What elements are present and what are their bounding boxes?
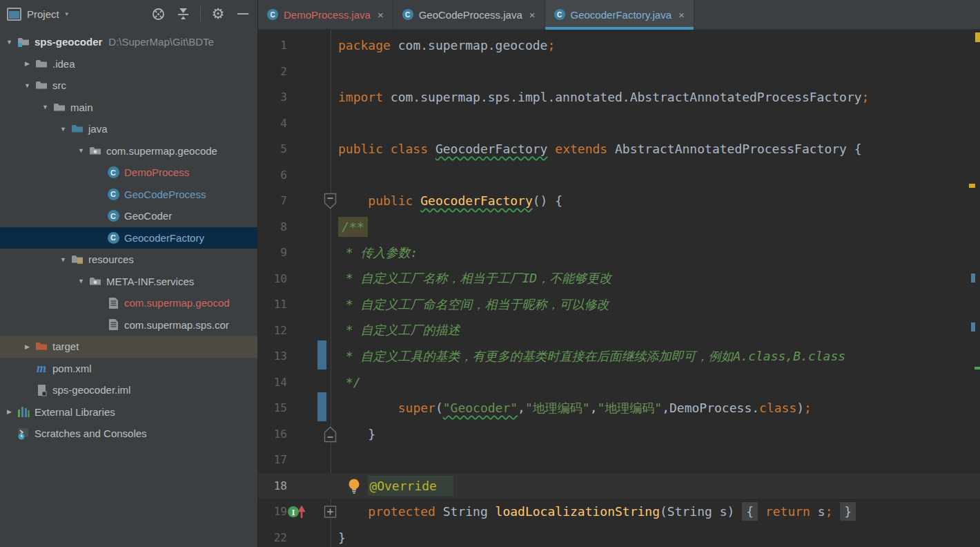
chevron-down-icon[interactable]: ▼ — [64, 11, 70, 17]
line-number[interactable]: 13 — [258, 349, 287, 363]
line-number[interactable]: 7 — [258, 194, 287, 207]
line-number[interactable]: 5 — [258, 142, 287, 155]
line-number[interactable]: 4 — [258, 117, 287, 130]
collapse-arrow-icon[interactable]: ▼ — [74, 147, 88, 154]
tree-item-label: com.supermap.geocod — [124, 297, 230, 309]
tree-item-target[interactable]: ▶target — [0, 336, 257, 358]
libraries-icon — [17, 405, 30, 418]
tree-item-geocodeprocess[interactable]: CGeoCodeProcess — [0, 184, 257, 206]
line-number[interactable]: 10 — [258, 272, 287, 285]
project-panel-header: Project ▼ ⚙ — — [0, 0, 257, 28]
code-line-12: 12 * 自定义工厂的描述 — [258, 318, 980, 344]
tree-item-sps-geocoder[interactable]: ▼sps-geocoderD:\SuperMap\Git\BDTe — [0, 31, 257, 53]
fold-marker-plus-icon[interactable] — [324, 503, 337, 523]
fold-marker-end-icon[interactable] — [324, 426, 337, 445]
line-number[interactable]: 19 — [258, 505, 287, 518]
class-icon: C — [106, 210, 120, 222]
tree-item-pom-xml[interactable]: mpom.xml — [0, 358, 257, 380]
code-text: public GeocoderFactory() { — [338, 188, 980, 214]
tab-geocoderfactory-java[interactable]: CGeocoderFactory.java× — [545, 0, 694, 29]
stripe-marker-change[interactable] — [971, 323, 975, 332]
tree-item-main[interactable]: ▼main — [0, 97, 257, 119]
code-token: , — [590, 401, 598, 415]
tree-item-demoprocess[interactable]: CDemoProcess — [0, 162, 257, 184]
line-number[interactable]: 18 — [258, 479, 287, 492]
tree-item-geocoderfactory[interactable]: CGeocoderFactory — [0, 227, 257, 249]
scrollbar-error-stripe[interactable] — [969, 30, 980, 547]
project-panel-title[interactable]: Project — [27, 8, 59, 20]
project-panel-toolbar: ⚙ — — [150, 6, 251, 21]
code-token: ; — [862, 90, 870, 104]
collapse-arrow-icon[interactable]: ▼ — [20, 82, 35, 89]
code-token: ; — [547, 38, 555, 52]
line-number[interactable]: 16 — [258, 428, 287, 441]
tree-item-java[interactable]: ▼java — [0, 118, 257, 140]
scratches-icon — [17, 428, 30, 440]
fold-marker-start-icon[interactable] — [324, 193, 337, 212]
tab-demoprocess-java[interactable]: CDemoProcess.java× — [258, 0, 393, 29]
collapse-arrow-icon[interactable]: ▼ — [74, 278, 88, 285]
tree-item-resources[interactable]: ▼resources — [0, 249, 257, 271]
code-text — [338, 447, 980, 473]
tree-item-sps-geocoder-iml[interactable]: sps-geocoder.iml — [0, 379, 257, 401]
code-line-9: 9 * 传入参数: — [258, 240, 980, 266]
line-number[interactable]: 14 — [258, 376, 287, 389]
code-editor[interactable]: 1package com.supermap.geocode;23import c… — [258, 30, 980, 547]
collapse-arrow-icon[interactable]: ▼ — [56, 256, 70, 263]
tree-item-src[interactable]: ▼src — [0, 75, 257, 97]
stripe-marker-ok[interactable] — [974, 367, 980, 370]
gutter — [287, 240, 338, 266]
close-icon[interactable]: × — [678, 9, 685, 21]
hide-panel-icon[interactable]: — — [235, 6, 251, 21]
line-number[interactable]: 1 — [258, 39, 287, 52]
tree-item-com-supermap-geocode[interactable]: ▼com.supermap.geocode — [0, 140, 257, 162]
line-number[interactable]: 15 — [258, 401, 287, 414]
line-number[interactable]: 11 — [258, 298, 287, 311]
code-token: * 自定义工厂名称，相当于工厂ID，不能够更改 — [338, 270, 611, 287]
line-number[interactable]: 6 — [258, 169, 287, 182]
expand-arrow-icon[interactable]: ▶ — [2, 408, 17, 415]
line-number[interactable]: 3 — [258, 90, 287, 104]
tree-item-label: sps-geocoder.iml — [52, 384, 130, 396]
collapse-all-icon[interactable] — [175, 6, 190, 21]
stripe-marker-warning[interactable] — [969, 184, 975, 188]
locate-file-icon[interactable] — [150, 6, 166, 21]
code-token: { — [742, 502, 758, 521]
tree-item-label: .idea — [52, 58, 75, 70]
tree-item-label: GeocoderFactory — [124, 232, 204, 244]
line-number[interactable]: 9 — [258, 246, 287, 259]
file-icon — [106, 297, 120, 309]
line-number[interactable]: 12 — [258, 324, 287, 337]
intention-bulb-icon[interactable] — [347, 478, 361, 498]
code-line-17: 17 — [258, 447, 980, 473]
tree-item--idea[interactable]: ▶.idea — [0, 53, 257, 75]
stripe-marker-change[interactable] — [971, 274, 975, 282]
code-line-7: 7 public GeocoderFactory() { — [258, 188, 980, 214]
tree-item-geocoder[interactable]: CGeoCoder — [0, 205, 257, 227]
expand-arrow-icon[interactable]: ▶ — [20, 343, 35, 350]
line-number[interactable]: 2 — [258, 65, 287, 78]
line-number[interactable]: 22 — [258, 531, 287, 544]
collapse-arrow-icon[interactable]: ▼ — [38, 104, 52, 111]
tab-geocodeprocess-java[interactable]: CGeoCodeProcess.java× — [393, 0, 545, 29]
line-number[interactable]: 17 — [258, 453, 287, 466]
code-lines: 1package com.supermap.geocode;23import c… — [258, 32, 980, 547]
settings-gear-icon[interactable]: ⚙ — [210, 6, 226, 21]
collapse-arrow-icon[interactable]: ▼ — [2, 39, 17, 46]
resources-folder-icon — [70, 253, 84, 266]
gutter — [287, 525, 338, 547]
close-icon[interactable]: × — [529, 9, 536, 21]
tree-item-meta-inf-services[interactable]: ▼META-INF.services — [0, 271, 257, 293]
close-icon[interactable]: × — [378, 9, 384, 21]
overrides-method-icon[interactable]: I — [288, 503, 307, 523]
tree-item-com-supermap-sps-cor[interactable]: com.supermap.sps.cor — [0, 314, 257, 336]
tree-item-com-supermap-geocod[interactable]: com.supermap.geocod — [0, 292, 257, 314]
tab-label: GeoCodeProcess.java — [419, 9, 522, 21]
tree-item-external-libraries[interactable]: ▶External Libraries — [0, 401, 257, 423]
project-tree[interactable]: ▼sps-geocoderD:\SuperMap\Git\BDTe▶.idea▼… — [0, 28, 257, 445]
expand-arrow-icon[interactable]: ▶ — [20, 60, 35, 67]
stripe-marker-warning[interactable] — [975, 32, 980, 42]
tree-item-scratches-and-consoles[interactable]: Scratches and Consoles — [0, 423, 257, 445]
collapse-arrow-icon[interactable]: ▼ — [56, 126, 70, 133]
line-number[interactable]: 8 — [258, 220, 287, 233]
